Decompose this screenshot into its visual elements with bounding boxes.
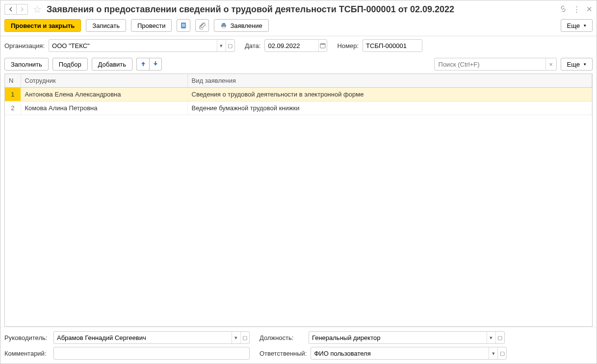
chevron-down-icon: ▾ bbox=[584, 62, 586, 67]
responsible-open-button[interactable]: ▢ bbox=[497, 347, 506, 359]
cell-type: Сведения о трудовой деятельности в элект… bbox=[187, 88, 592, 101]
open-icon: ▢ bbox=[242, 335, 247, 341]
col-header-employee[interactable]: Сотрудник bbox=[21, 74, 187, 88]
document-list-icon bbox=[180, 22, 187, 29]
table-row[interactable]: 2Комова Алина ПетровнаВедение бумажной т… bbox=[5, 101, 592, 115]
organization-field[interactable]: ▾ ▢ bbox=[49, 39, 235, 52]
date-label: Дата: bbox=[245, 42, 260, 49]
arrow-up-icon bbox=[140, 60, 147, 69]
attach-button[interactable] bbox=[195, 19, 209, 32]
col-header-type[interactable]: Вид заявления bbox=[187, 74, 592, 88]
cell-n: 2 bbox=[5, 101, 21, 115]
select-button[interactable]: Подбор bbox=[52, 58, 88, 71]
responsible-dropdown-button[interactable]: ▾ bbox=[489, 347, 497, 359]
position-label: Должность: bbox=[260, 334, 305, 341]
chevron-down-icon: ▾ bbox=[584, 23, 586, 28]
comment-input[interactable] bbox=[54, 347, 249, 359]
svg-rect-8 bbox=[320, 44, 325, 45]
number-field[interactable] bbox=[363, 39, 422, 52]
post-and-close-button[interactable]: Провести и закрыть bbox=[4, 19, 81, 32]
subtoolbar-more-button[interactable]: Еще ▾ bbox=[561, 58, 593, 71]
close-icon: × bbox=[549, 61, 553, 68]
manager-open-button[interactable]: ▢ bbox=[240, 332, 249, 343]
move-down-button[interactable] bbox=[149, 58, 162, 71]
toolbar-more-label: Еще bbox=[567, 22, 580, 29]
search-field[interactable]: × bbox=[434, 58, 557, 71]
svg-rect-2 bbox=[182, 25, 185, 25]
arrow-down-icon bbox=[152, 60, 159, 69]
favorite-star-icon[interactable]: ☆ bbox=[33, 3, 42, 15]
search-clear-button[interactable]: × bbox=[545, 58, 556, 70]
date-field[interactable] bbox=[264, 39, 327, 52]
arrow-left-icon bbox=[8, 6, 14, 12]
svg-rect-6 bbox=[222, 26, 225, 28]
manager-label: Руководитель: bbox=[4, 334, 50, 341]
link-icon[interactable] bbox=[559, 5, 567, 14]
open-icon: ▢ bbox=[500, 350, 505, 357]
calendar-icon bbox=[320, 43, 326, 49]
fill-button[interactable]: Заполнить bbox=[4, 58, 49, 71]
close-icon[interactable]: ✕ bbox=[586, 5, 593, 14]
svg-rect-5 bbox=[222, 23, 225, 24]
chevron-down-icon: ▾ bbox=[234, 335, 237, 341]
add-button[interactable]: Добавить bbox=[92, 58, 132, 71]
position-dropdown-button[interactable]: ▾ bbox=[487, 332, 495, 343]
document-register-button[interactable] bbox=[177, 19, 190, 32]
cell-employee: Комова Алина Петровна bbox=[21, 101, 187, 115]
move-up-button[interactable] bbox=[136, 58, 149, 71]
responsible-field[interactable]: ▾ ▢ bbox=[311, 347, 507, 360]
responsible-input[interactable] bbox=[311, 347, 489, 359]
print-statement-label: Заявление bbox=[230, 22, 262, 29]
chevron-down-icon: ▾ bbox=[492, 350, 495, 357]
position-input[interactable] bbox=[309, 332, 487, 343]
cell-employee: Антонова Елена Александровна bbox=[21, 88, 187, 101]
svg-rect-1 bbox=[182, 24, 185, 24]
svg-rect-3 bbox=[182, 26, 185, 26]
position-field[interactable]: ▾ ▢ bbox=[309, 331, 505, 344]
cell-type: Ведение бумажной трудовой книжки bbox=[187, 101, 592, 115]
open-icon: ▢ bbox=[228, 43, 233, 49]
date-calendar-button[interactable] bbox=[318, 40, 327, 51]
organization-open-button[interactable]: ▢ bbox=[226, 40, 234, 51]
responsible-label: Ответственный: bbox=[260, 350, 307, 357]
number-label: Номер: bbox=[337, 42, 359, 49]
page-title: Заявления о предоставлении сведений о тр… bbox=[47, 4, 556, 15]
subtoolbar-more-label: Еще bbox=[567, 61, 580, 68]
comment-label: Комментарий: bbox=[4, 350, 50, 357]
save-button[interactable]: Записать bbox=[86, 19, 126, 32]
cell-n: 1 bbox=[5, 88, 21, 101]
comment-field[interactable] bbox=[53, 347, 250, 360]
table-row[interactable]: 1Антонова Елена АлександровнаСведения о … bbox=[5, 88, 592, 101]
organization-dropdown-button[interactable]: ▾ bbox=[217, 40, 226, 51]
toolbar-more-button[interactable]: Еще ▾ bbox=[561, 19, 593, 32]
open-icon: ▢ bbox=[497, 335, 502, 341]
manager-dropdown-button[interactable]: ▾ bbox=[232, 332, 240, 343]
chevron-down-icon: ▾ bbox=[490, 335, 493, 341]
nav-back-button[interactable] bbox=[4, 4, 16, 15]
nav-forward-button[interactable] bbox=[16, 4, 28, 15]
col-header-n[interactable]: N bbox=[5, 74, 21, 88]
search-input[interactable] bbox=[435, 58, 545, 70]
more-vertical-icon[interactable]: ⋮ bbox=[573, 5, 580, 14]
chevron-down-icon: ▾ bbox=[220, 43, 223, 49]
print-statement-button[interactable]: Заявление bbox=[214, 19, 268, 32]
arrow-right-icon bbox=[19, 6, 25, 12]
printer-icon bbox=[220, 22, 227, 29]
manager-field[interactable]: ▾ ▢ bbox=[53, 331, 250, 344]
manager-input[interactable] bbox=[54, 332, 232, 343]
date-input[interactable] bbox=[265, 40, 318, 51]
number-input[interactable] bbox=[363, 40, 422, 51]
organization-label: Организация: bbox=[4, 42, 45, 49]
post-button[interactable]: Провести bbox=[131, 19, 172, 32]
organization-input[interactable] bbox=[49, 40, 217, 51]
position-open-button[interactable]: ▢ bbox=[495, 332, 504, 343]
paperclip-icon bbox=[198, 22, 206, 29]
employees-table[interactable]: N Сотрудник Вид заявления 1Антонова Елен… bbox=[4, 73, 593, 327]
